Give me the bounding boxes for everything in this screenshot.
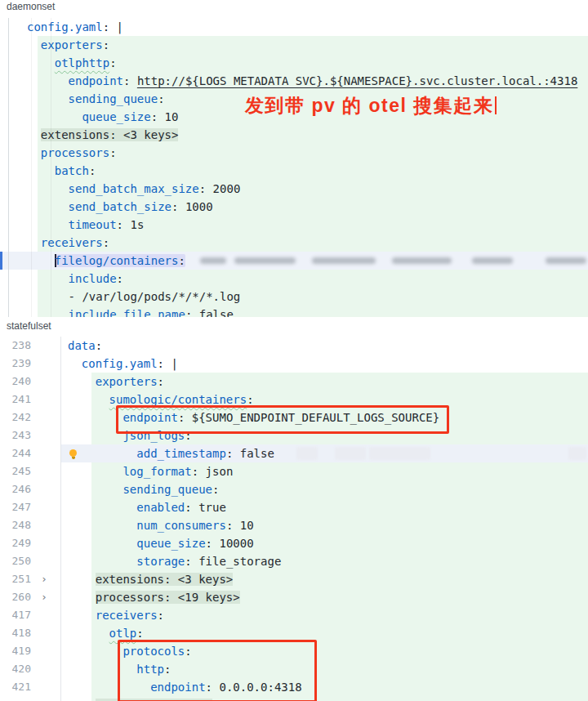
folded-summary: extensions: <3 keys> — [41, 128, 179, 141]
yaml-value: : — [89, 164, 96, 177]
code-line[interactable]: filelog/containers: — [0, 252, 588, 270]
line-number[interactable]: 420 — [0, 660, 31, 678]
code-line[interactable]: extensions: <3 keys> — [0, 126, 588, 144]
line-number[interactable]: 419 — [0, 642, 31, 660]
code-line[interactable]: otlphttp: — [0, 54, 588, 72]
code-text: processors: <19 keys> — [61, 588, 240, 606]
yaml-value: : — [172, 200, 185, 213]
code-text: filelog/containers: — [0, 252, 185, 270]
chevron-right-icon[interactable]: › — [41, 588, 47, 606]
yaml-value: : — [151, 110, 165, 123]
code-line[interactable]: processors: — [0, 144, 588, 162]
yaml-key: sending_queue — [122, 483, 212, 496]
yaml-value: 10000 — [219, 537, 253, 550]
line-number[interactable]: 249 — [0, 534, 31, 552]
line-number[interactable]: 247 — [0, 498, 31, 516]
yaml-value: extensions: <3 keys> — [41, 128, 179, 141]
line-number[interactable]: 260 — [0, 588, 31, 606]
code-line[interactable]: 245 log_format: json — [0, 462, 588, 480]
line-number[interactable]: 418 — [0, 624, 31, 642]
folded-summary: extensions: <3 keys> — [96, 573, 234, 586]
yaml-value: : — [117, 218, 131, 231]
yaml-key: config.yaml — [27, 20, 103, 33]
yaml-value: : — [212, 483, 219, 496]
code-line[interactable]: 244 add_timestamp: false — [0, 444, 588, 462]
code-line[interactable]: receivers: — [0, 234, 588, 252]
lightbulb-icon[interactable] — [69, 449, 77, 457]
code-line[interactable]: batch: — [0, 162, 588, 180]
redacted-text — [296, 447, 318, 460]
yaml-value: 10 — [165, 110, 179, 123]
code-line[interactable]: 240 exporters: — [0, 373, 588, 391]
code-line[interactable]: 249 queue_size: 10000 — [0, 534, 588, 552]
line-number[interactable]: 241 — [0, 391, 31, 409]
gutter: 260› — [0, 588, 61, 606]
code-text: log_format: json — [61, 462, 233, 480]
line-number[interactable]: 422 — [0, 696, 31, 701]
line-number[interactable]: 248 — [0, 516, 31, 534]
yaml-key: send_batch_size — [69, 200, 172, 213]
gutter: 242 — [0, 409, 61, 426]
code-line[interactable]: - /var/log/pods/*/*/*.log — [0, 288, 588, 306]
yaml-value: : — [247, 393, 253, 406]
yaml-value: 2000 — [213, 182, 241, 195]
yaml-key: include — [69, 272, 117, 285]
line-number[interactable]: 421 — [0, 678, 31, 696]
line-number[interactable]: 240 — [0, 373, 31, 391]
line-number[interactable]: 250 — [0, 552, 31, 570]
line-number[interactable]: 246 — [0, 480, 31, 498]
code-line[interactable]: 251› extensions: <3 keys> — [0, 570, 588, 588]
code-line[interactable]: include: — [0, 270, 588, 288]
code-line[interactable]: 248 num_consumers: 10 — [0, 516, 588, 534]
code-text: enabled: true — [61, 498, 226, 516]
yaml-value: false — [240, 447, 274, 460]
code-line[interactable]: send_batch_size: 1000 — [0, 198, 588, 216]
code-line[interactable]: endpoint: http://${LOGS_METADATA_SVC}.${… — [0, 72, 588, 90]
yaml-value: : — [158, 92, 164, 105]
yaml-key: send_batch_max_size — [69, 182, 199, 195]
redacted-text — [234, 257, 296, 264]
yaml-value: : — [226, 519, 240, 532]
line-number[interactable]: 239 — [0, 355, 31, 373]
line-number[interactable]: 242 — [0, 409, 31, 426]
gutter: 250 — [0, 552, 61, 570]
yaml-value: : — [103, 236, 109, 249]
line-number[interactable]: 245 — [0, 462, 31, 480]
yaml-value: : — [178, 254, 185, 267]
code-line[interactable]: 260› processors: <19 keys> — [0, 588, 588, 606]
daemonset-label: daemonset — [7, 1, 55, 12]
yaml-value: : — [185, 555, 198, 568]
line-number[interactable]: 244 — [0, 444, 31, 462]
gutter: 239 — [0, 355, 61, 373]
code-line[interactable]: 247 enabled: true — [0, 498, 588, 516]
code-line[interactable]: 417 receivers: — [0, 606, 588, 624]
selection-highlight: filelog/containers: — [55, 254, 185, 267]
gutter: 422› — [0, 696, 61, 701]
code-line[interactable]: include_file_name: false — [0, 306, 588, 317]
gutter: 419 — [0, 642, 61, 660]
code-line[interactable]: 238data: — [0, 337, 588, 355]
code-text: endpoint: http://${LOGS_METADATA_SVC}.${… — [0, 72, 577, 90]
code-line[interactable]: timeout: 1s — [0, 216, 588, 234]
yaml-key: sending_queue — [69, 92, 158, 105]
yaml-value: - /var/log/pods/*/*/*.log — [69, 290, 241, 303]
line-number[interactable]: 251 — [0, 570, 31, 588]
code-text: add_timestamp: false — [61, 444, 274, 462]
code-text: num_consumers: 10 — [61, 516, 254, 534]
chevron-right-icon[interactable]: › — [41, 696, 47, 701]
code-line[interactable]: config.yaml: | — [0, 18, 588, 36]
gutter: 421 — [0, 678, 61, 696]
code-line[interactable]: exporters: — [0, 36, 588, 54]
line-number[interactable]: 238 — [0, 337, 31, 355]
code-text: exporters: — [0, 36, 109, 54]
code-line[interactable]: 239 config.yaml: | — [0, 355, 588, 373]
code-line[interactable]: 250 storage: file_storage — [0, 552, 588, 570]
code-line[interactable]: send_batch_max_size: 2000 — [0, 180, 588, 198]
code-line[interactable]: 246 sending_queue: — [0, 480, 588, 498]
gutter: 418 — [0, 624, 61, 642]
chevron-right-icon[interactable]: › — [41, 570, 47, 588]
line-number[interactable]: 243 — [0, 426, 31, 444]
daemonset-code: config.yaml: | exporters: otlphttp: endp… — [0, 18, 588, 317]
code-text: data: — [61, 337, 102, 355]
line-number[interactable]: 417 — [0, 606, 31, 624]
